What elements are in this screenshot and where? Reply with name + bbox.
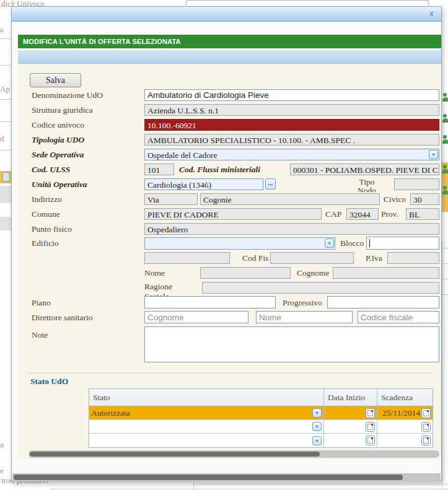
background-row-line (442, 294, 448, 295)
column-header-scadenza: Scadenza (377, 389, 433, 406)
sede-operativa-value: Ospedale del Cadore (147, 151, 217, 160)
calendar-icon[interactable] (366, 408, 375, 418)
calendar-page (367, 410, 373, 416)
background-partial-letter: Ap (0, 84, 10, 94)
inner-horizontal-scrollbar[interactable] (29, 450, 439, 458)
modify-udo-dialog: x MODIFICA L'UNITÀ DI OFFERTA SELEZIONAT… (11, 6, 442, 481)
calendar-icon[interactable] (421, 408, 431, 418)
cod-flussi-label: Cod. Flussi ministeriali (179, 164, 260, 175)
piano-input[interactable] (144, 296, 276, 308)
chevron-down-icon[interactable]: ▾ (312, 422, 322, 431)
ragione-sociale-field (202, 282, 439, 294)
direttore-nome-input[interactable] (256, 311, 353, 323)
tipologia-field: AMBULATORIO SPECIALISTICO - 10.100. - AM… (144, 134, 439, 146)
dialog-toolbar (18, 50, 441, 64)
cognome-label: Cognome (297, 267, 330, 279)
chevron-down-icon[interactable]: ▾ (312, 436, 322, 445)
browse-button[interactable]: ... (265, 178, 276, 190)
note-textarea[interactable] (144, 326, 439, 362)
codice-univoco-field: 10.100.-60921 (144, 119, 439, 131)
civico-label: Civico (384, 193, 406, 205)
calendar-page (367, 424, 373, 430)
direttore-cf-input[interactable] (358, 311, 439, 323)
scrollbar-thumb[interactable] (14, 475, 403, 480)
nome-field (200, 267, 291, 279)
codice-univoco-label: Codice univoco (32, 119, 84, 131)
prov-label: Prov. (381, 208, 398, 220)
background-input-fragment (186, 0, 429, 6)
background-partial-letter: a (0, 25, 4, 35)
save-button[interactable]: Salva (30, 73, 81, 87)
chevron-down-icon[interactable]: ▾ (429, 150, 438, 159)
data-inizio-cell (324, 434, 377, 447)
unita-operativa-field[interactable]: Cardiologia (1346) (144, 178, 263, 190)
background-row-line (442, 279, 448, 279)
dialog-titlebar[interactable]: x (12, 7, 441, 22)
background-row-line (442, 248, 448, 248)
dialog-header: MODIFICA L'UNITÀ DI OFFERTA SELEZIONATA (18, 35, 441, 48)
nome-label: Nome (144, 267, 165, 279)
denominazione-input[interactable] (144, 89, 439, 101)
unnamed-field (144, 252, 230, 264)
cod-ulss-label: Cod. ULSS (32, 164, 70, 175)
background-row-fragment (0, 186, 12, 203)
scrollbar-thumb[interactable] (30, 452, 320, 457)
piva-field (387, 252, 439, 264)
stato-row-3: ▾ (89, 434, 433, 447)
data-inizio-cell (324, 406, 377, 419)
edificio-label: Edificio (32, 237, 59, 249)
chevron-down-icon[interactable]: ▾ (312, 408, 322, 418)
tipo-nodo-label: Tipo Nodo (353, 178, 381, 192)
calendar-icon[interactable] (366, 422, 375, 432)
progressivo-input[interactable] (327, 296, 439, 308)
unita-operativa-label: Unità Operativa (32, 178, 87, 190)
background-partial-letter: d (0, 134, 4, 144)
cap-label: CAP (325, 208, 341, 220)
chevron-down-icon[interactable]: ▾ (325, 238, 334, 248)
background-row-line (0, 38, 12, 39)
stato-udo-title: Stato UdO (30, 377, 68, 387)
tipo-nodo-field (394, 178, 439, 190)
direttore-cognome-input[interactable] (144, 311, 248, 323)
blocco-label: Blocco (340, 237, 364, 249)
data-inizio-cell (324, 420, 377, 433)
cod-fis-label: Cod Fis (242, 252, 268, 264)
background-row-line (0, 121, 12, 122)
background-icon (2, 172, 10, 182)
comune-field: PIEVE DI CADORE (144, 208, 322, 220)
ragione-line1: Ragione (144, 282, 194, 292)
edificio-select[interactable]: ▾ (144, 237, 335, 250)
sede-operativa-select[interactable]: Ospedale del Cadore ▾ (144, 149, 439, 160)
direttore-label: Direttore sanitario (32, 312, 93, 323)
stato-value: Autorizzata (91, 408, 312, 418)
udo-form: Salva Denominazione UdO Struttura giurid… (18, 64, 441, 459)
dialog-horizontal-scrollbar[interactable] (12, 473, 441, 481)
calendar-page (423, 410, 429, 416)
close-icon[interactable]: x (429, 9, 434, 18)
progressivo-label: Progressivo (283, 297, 322, 308)
stato-row-1: Autorizzata ▾ 25/11/2014 (89, 406, 433, 420)
background-partial-letter: e (0, 466, 4, 476)
denominazione-label: Denominazione UdO (32, 89, 103, 101)
calendar-page (367, 437, 373, 444)
blocco-input[interactable] (366, 237, 439, 250)
calendar-icon[interactable] (366, 435, 375, 445)
background-row-line (193, 484, 448, 484)
calendar-icon[interactable] (421, 422, 431, 432)
cognome-field (333, 267, 439, 279)
person-icon (442, 93, 448, 102)
tipo-nodo-line2: Nodo (353, 186, 381, 192)
tipo-nodo-line1: Tipo (353, 178, 381, 186)
person-icon (442, 165, 448, 173)
section-divider (28, 373, 433, 374)
scadenza-cell (377, 420, 433, 433)
stato-table-header: Stato Data Inizio Scadenza (89, 389, 433, 406)
calendar-icon[interactable] (421, 435, 431, 445)
cod-fis-field (270, 252, 354, 264)
person-icon (442, 186, 448, 195)
stato-row-2: ▾ (89, 420, 433, 434)
tipologia-label: Tipologia UDO (32, 134, 84, 146)
stato-cell: ▾ (89, 434, 324, 447)
cod-ulss-field: 101 (144, 164, 174, 175)
prov-field: BL (406, 208, 439, 220)
